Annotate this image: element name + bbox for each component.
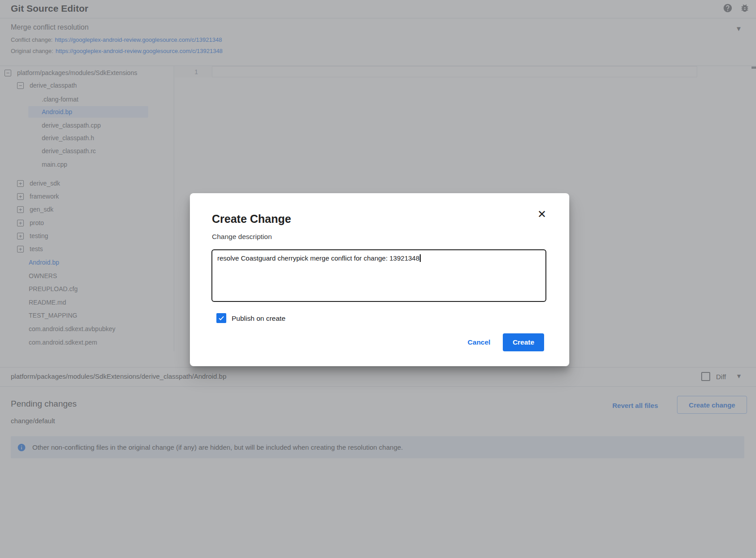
publish-on-create-checkbox[interactable]: [216, 313, 226, 323]
change-description-value: resolve Coastguard cherrypick merge conf…: [217, 254, 419, 262]
dialog-title: Create Change: [212, 213, 291, 226]
close-icon[interactable]: ✕: [536, 208, 548, 221]
cancel-button[interactable]: Cancel: [459, 333, 499, 351]
change-description-textarea[interactable]: resolve Coastguard cherrypick merge conf…: [211, 249, 546, 302]
text-cursor: [420, 254, 421, 262]
publish-on-create-label[interactable]: Publish on create: [232, 314, 286, 323]
create-change-dialog: Create Change ✕ Change description resol…: [190, 193, 569, 366]
change-description-label: Change description: [212, 233, 272, 241]
check-icon: [218, 314, 225, 322]
create-button[interactable]: Create: [503, 333, 544, 351]
